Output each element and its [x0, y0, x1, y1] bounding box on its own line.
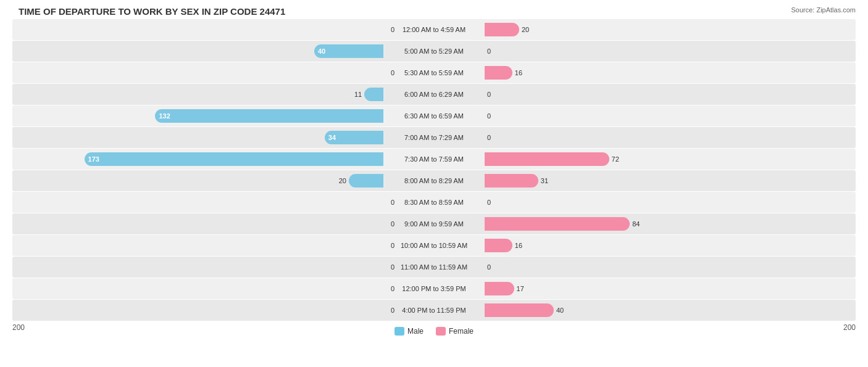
female-value: 84	[632, 220, 640, 228]
male-value: 40	[318, 47, 325, 55]
legend: Male Female	[394, 327, 474, 336]
bar-female: 20	[485, 23, 519, 36]
female-value: 0	[487, 112, 491, 120]
male-value: 0	[391, 263, 394, 271]
table-row: 11:00 AM to 11:59 AM00	[12, 257, 856, 278]
chart-area: 12:00 AM to 4:59 AM0205:00 AM to 5:29 AM…	[12, 19, 856, 318]
table-row: 6:30 AM to 6:59 AM1320	[12, 105, 856, 126]
source-label: Source: ZipAtlas.com	[791, 6, 856, 14]
male-value: 0	[391, 285, 394, 292]
bar-female: 31	[485, 174, 538, 188]
bar-male: 11	[364, 88, 383, 101]
bar-male: 20	[349, 174, 383, 188]
legend-male: Male	[394, 327, 424, 336]
legend-male-box	[394, 327, 404, 336]
female-value: 0	[487, 134, 491, 141]
female-value: 72	[612, 155, 619, 163]
male-value: 0	[391, 199, 394, 206]
chart-container: TIME OF DEPARTURE TO WORK BY SEX IN ZIP …	[0, 0, 868, 367]
bar-male: 34	[325, 131, 383, 144]
table-row: 9:00 AM to 9:59 AM084	[12, 213, 856, 234]
female-value: 16	[515, 69, 522, 76]
table-row: 10:00 AM to 10:59 AM016	[12, 235, 856, 256]
male-value: 34	[328, 134, 336, 141]
table-row: 8:00 AM to 8:29 AM2031	[12, 170, 856, 191]
bar-female: 16	[485, 66, 512, 80]
axis-left: 200	[12, 323, 25, 336]
axis-right: 200	[843, 323, 856, 336]
male-value: 0	[391, 26, 394, 33]
axis-labels: 200 Male Female 200	[12, 323, 856, 336]
male-value: 0	[391, 307, 394, 314]
female-value: 20	[522, 26, 529, 33]
bar-female: 84	[485, 217, 630, 231]
female-value: 0	[487, 91, 491, 98]
bar-female: 72	[485, 152, 609, 166]
legend-female-box	[436, 327, 446, 336]
legend-female: Female	[436, 327, 474, 336]
male-value: 11	[354, 91, 362, 98]
male-value: 173	[88, 155, 99, 163]
table-row: 8:30 AM to 8:59 AM00	[12, 192, 856, 213]
bar-male: 132	[155, 109, 383, 123]
female-value: 0	[487, 199, 491, 206]
male-value: 20	[339, 177, 346, 184]
chart-title: TIME OF DEPARTURE TO WORK BY SEX IN ZIP …	[12, 6, 856, 17]
table-row: 5:30 AM to 5:59 AM016	[12, 62, 856, 83]
male-value: 0	[391, 242, 394, 249]
bar-male: 40	[314, 44, 383, 58]
table-row: 7:30 AM to 7:59 AM17372	[12, 149, 856, 170]
bar-male: 173	[85, 152, 383, 166]
female-value: 16	[515, 242, 522, 249]
bar-female: 40	[485, 303, 554, 317]
male-value: 0	[391, 220, 394, 228]
legend-female-label: Female	[449, 327, 474, 336]
female-value: 17	[517, 285, 524, 292]
bar-female: 16	[485, 239, 512, 252]
male-value: 132	[159, 112, 170, 120]
male-value: 0	[391, 69, 394, 76]
table-row: 7:00 AM to 7:29 AM340	[12, 127, 856, 148]
female-value: 0	[487, 47, 491, 55]
rows-wrapper: 12:00 AM to 4:59 AM0205:00 AM to 5:29 AM…	[12, 19, 856, 321]
table-row: 12:00 PM to 3:59 PM017	[12, 278, 856, 299]
female-value: 40	[556, 307, 564, 314]
table-row: 12:00 AM to 4:59 AM020	[12, 19, 856, 40]
table-row: 5:00 AM to 5:29 AM400	[12, 41, 856, 62]
table-row: 6:00 AM to 6:29 AM110	[12, 84, 856, 105]
legend-male-label: Male	[407, 327, 424, 336]
bar-female: 17	[485, 282, 514, 295]
female-value: 0	[487, 263, 491, 271]
table-row: 4:00 PM to 11:59 PM040	[12, 300, 856, 321]
female-value: 31	[541, 177, 548, 184]
